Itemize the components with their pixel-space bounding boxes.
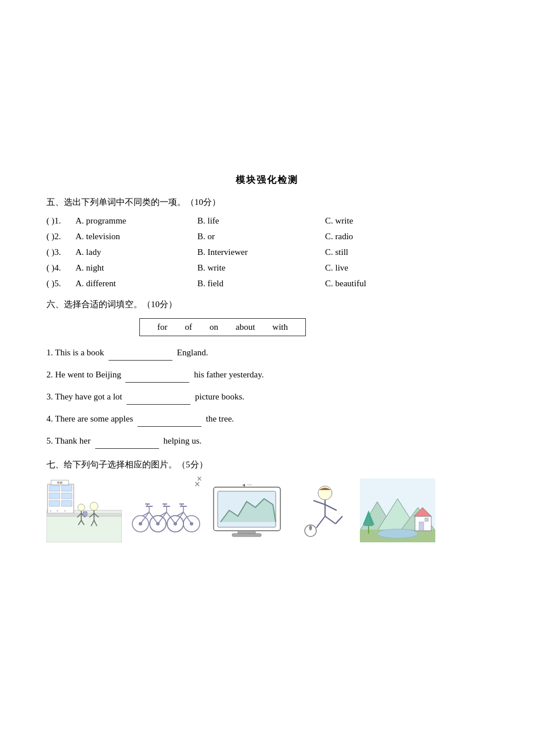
word-box: for of on about with (139, 318, 306, 336)
svg-text:×: × (56, 509, 59, 513)
svg-rect-82 (425, 518, 428, 521)
fill-q5-blank (95, 433, 159, 449)
q3-optionB: B. Interviewer (197, 247, 325, 257)
fill-q1-before: This is a book (55, 348, 106, 357)
image5-landscape (360, 478, 435, 542)
q5-num: ( )5. (46, 279, 75, 289)
q4-num: ( )4. (46, 263, 75, 273)
q4-optionA: A. night (75, 263, 197, 273)
q2-num: ( )2. (46, 232, 75, 242)
q1-num: ( )1. (46, 216, 75, 226)
q1-optionB: B. life (197, 216, 325, 226)
svg-text:◄ ~~: ◄ ~~ (241, 483, 252, 488)
svg-point-22 (90, 502, 98, 510)
table-row: ( )4. A. night B. write C. live (46, 263, 488, 273)
table-row: ( )5. A. different B. field C. beautiful (46, 279, 488, 289)
section-six: 六、选择合适的词填空。（10分） for of on about with 1.… (46, 299, 488, 449)
image2-container: × (128, 478, 203, 542)
fill-q2-after: his father yesterday. (194, 370, 264, 379)
svg-rect-4 (49, 493, 60, 499)
image3-container: ◄ ~~ (209, 478, 284, 542)
q2-optionC: C. radio (325, 232, 441, 242)
svg-rect-21 (83, 512, 87, 516)
fill-q2-num: 2. (46, 370, 55, 379)
image4-container (290, 478, 354, 542)
q3-num: ( )3. (46, 247, 75, 257)
q5-optionB: B. field (197, 279, 325, 289)
q4-optionB: B. write (197, 263, 325, 273)
fill-q1-after: England. (177, 348, 208, 357)
fill-q3-after: picture books. (195, 392, 244, 401)
q3-optionC: C. still (325, 247, 441, 257)
word-about: about (236, 322, 255, 332)
table-row: ( )1. A. programme B. life C. write (46, 216, 488, 226)
svg-rect-6 (49, 501, 60, 506)
image1-container: 学校 × × × (46, 478, 122, 542)
fill-q4-blank (138, 411, 201, 427)
top-spacer (46, 23, 488, 174)
svg-rect-3 (62, 485, 72, 491)
svg-line-42 (158, 512, 167, 524)
fill-q1: 1. This is a book England. (46, 344, 488, 361)
svg-text:×: × (64, 509, 66, 513)
svg-line-43 (167, 512, 175, 524)
svg-line-33 (149, 512, 158, 524)
q5-optionC: C. beautiful (325, 279, 441, 289)
q5-optionA: A. different (75, 279, 197, 289)
svg-text:×: × (49, 509, 52, 513)
word-for: for (157, 322, 168, 332)
word-on: on (210, 322, 218, 332)
svg-rect-81 (419, 522, 424, 531)
q4-optionC: C. live (325, 263, 441, 273)
fill-q4-after: the tree. (206, 414, 234, 423)
svg-rect-2 (49, 485, 60, 491)
fill-q2-before: He went to Beijing (55, 370, 123, 379)
fill-q3-before: They have got a lot (55, 392, 125, 401)
fill-q4-before: There are some apples (55, 414, 135, 423)
section-seven: 七、给下列句子选择相应的图片。（5分） 学校 (46, 459, 488, 542)
svg-text:学校: 学校 (57, 481, 63, 484)
section7-header: 七、给下列句子选择相应的图片。（5分） (46, 459, 488, 470)
fill-q2: 2. He went to Beijing his father yesterd… (46, 366, 488, 383)
fill-q5: 5. Thank her helping us. (46, 433, 488, 449)
q1-optionC: C. write (325, 216, 441, 226)
table-row: ( )3. A. lady B. Interviewer C. still (46, 247, 488, 257)
section5-header: 五、选出下列单词中不同类的一项。（10分） (46, 197, 488, 208)
svg-line-71 (335, 516, 342, 524)
svg-rect-7 (62, 501, 72, 506)
svg-line-69 (316, 516, 325, 528)
fill-q2-blank (125, 366, 189, 383)
svg-line-70 (325, 516, 335, 524)
fill-q3-num: 3. (46, 392, 55, 401)
fill-q1-num: 1. (46, 348, 55, 357)
q1-optionA: A. programme (75, 216, 197, 226)
svg-line-52 (175, 512, 183, 524)
images-row: 学校 × × × (46, 478, 488, 542)
fill-q3: 3. They have got a lot picture books. (46, 388, 488, 405)
image4-sports (290, 478, 354, 542)
q2-optionB: B. or (197, 232, 325, 242)
table-row: ( )2. A. television B. or C. radio (46, 232, 488, 242)
q3-optionA: A. lady (75, 247, 197, 257)
image3-tv: ◄ ~~ (209, 478, 284, 542)
fill-q1-blank (109, 344, 172, 361)
image5-container (360, 478, 435, 542)
word-of: of (185, 322, 193, 332)
fill-q5-after: helping us. (163, 436, 201, 445)
fill-q4: 4. There are some apples the tree. (46, 411, 488, 427)
fill-q5-before: Thank her (55, 436, 93, 445)
svg-point-15 (78, 504, 85, 511)
svg-line-32 (140, 512, 149, 524)
svg-line-53 (183, 512, 192, 524)
section-five: 五、选出下列单词中不同类的一项。（10分） ( )1. A. programme… (46, 197, 488, 289)
page-title: 模块强化检测 (46, 174, 488, 186)
svg-line-67 (313, 501, 325, 505)
svg-line-68 (325, 505, 337, 510)
section6-header: 六、选择合适的词填空。（10分） (46, 299, 488, 310)
cross-icon: × (194, 478, 200, 491)
q2-optionA: A. television (75, 232, 197, 242)
fill-q3-blank (127, 388, 190, 405)
svg-rect-5 (62, 493, 72, 499)
fill-q5-num: 5. (46, 436, 55, 445)
svg-point-78 (377, 529, 418, 538)
